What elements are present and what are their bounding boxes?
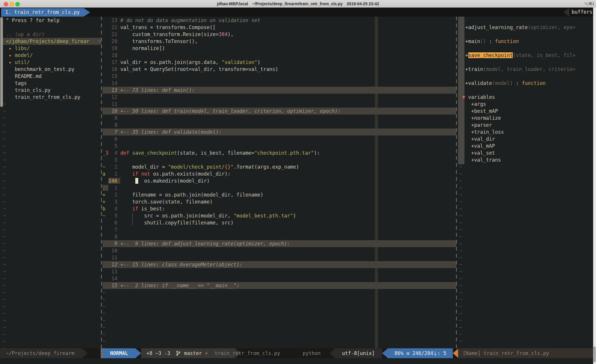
code-line[interactable]: 1 (102, 184, 456, 191)
empty-line-tilde: ~ (3, 135, 101, 142)
tag-train-loss[interactable]: +train_loss (459, 129, 593, 135)
tag-val-set[interactable]: +val_set (459, 149, 593, 156)
tagbar-window[interactable]: +adjust_learning_rate(optimizer, epo> +m… (459, 17, 593, 345)
git-changes: +8 ~3 -3 (146, 350, 170, 356)
code-line[interactable]: 11 (102, 254, 456, 261)
empty-line-tilde: ~ (3, 303, 101, 310)
command-line[interactable] (0, 358, 596, 364)
position-colon: : (437, 350, 440, 356)
statusline-nerdtree-path: ~/Projects/deep_firearm (0, 348, 82, 358)
code-line[interactable]: ~ 2 model_dir = "model/check_point/{}".f… (102, 163, 456, 170)
code-line[interactable]: 23 # do not do data augmentation on vali… (102, 17, 456, 24)
code-line[interactable]: 14 (102, 80, 456, 87)
folded-code-line[interactable]: 13 +-- 73 lines: def main(): (102, 87, 456, 94)
empty-line-tilde: ~ (459, 205, 593, 212)
code-line[interactable]: ~ 5 src = os.path.join(model_dir, "model… (102, 212, 456, 219)
code-line[interactable]: 10 (102, 247, 456, 254)
tree-root[interactable]: </jdhao/Projects/deep_firear > (3, 38, 101, 45)
code-line[interactable]: 17 val_dir = os.path.join(args.data, "va… (102, 59, 456, 66)
folded-code-line[interactable]: 7 +-- 35 lines: def validate(model): (102, 129, 456, 135)
empty-line-tilde: ~ (102, 310, 456, 317)
code-line[interactable]: 15 (102, 73, 456, 80)
code-line[interactable]: 5 (102, 142, 456, 149)
code-line[interactable]: 6 (102, 135, 456, 142)
code-line[interactable]: 22 val_trans = transforms.Compose([ (102, 24, 456, 31)
code-window[interactable]: 23 # do not do data augmentation on vali… (102, 17, 456, 348)
empty-line-tilde: ~ (3, 108, 101, 115)
tree-file[interactable]: train_cls.py (3, 87, 101, 94)
folded-code-line[interactable]: 10 +-- 50 lines: def train(model, train_… (102, 108, 456, 115)
tag-main[interactable]: +main() : function (459, 38, 593, 45)
code-line[interactable]: a 1 if not os.path.exists(model_dir): (102, 170, 456, 177)
tag-val-dir[interactable]: +val_dir (459, 135, 593, 142)
tag-best-mAP[interactable]: +best_mAP (459, 108, 593, 115)
code-line[interactable]: 18 (102, 52, 456, 59)
tree-file[interactable]: tags (3, 80, 101, 87)
folded-code-line[interactable]: 12 +-- 15 lines: class AverageMeter(obje… (102, 261, 456, 268)
tag-adjust-learning-rate[interactable]: +adjust_learning_rate(optimizer, epo> (459, 24, 593, 31)
tree-file[interactable]: benchmark_on_test.py (3, 66, 101, 73)
code-line[interactable]: 16 val_set = QuerySet(root=val_dir, tran… (102, 66, 456, 73)
up-a-dir[interactable]: .. (up a dir) (3, 31, 101, 38)
nerdtree-window[interactable]: " Press ? for help .. (up a dir) </jdhao… (3, 17, 101, 348)
tree-file[interactable]: README.md (3, 73, 101, 80)
tree-dir-model[interactable]: ▸ model/ (3, 52, 101, 59)
tag-save-checkpoint[interactable]: +save_checkpoint(state, is_best, fil> (459, 52, 593, 59)
code-line[interactable]: 8 (102, 233, 456, 240)
git-branch: master (184, 350, 202, 356)
folded-code-line[interactable]: 15 +-- 2 lines: if __name__ == "__main__… (102, 282, 456, 289)
tabline-right: buffers (572, 8, 593, 17)
left-scrollbar-thumb[interactable] (0, 17, 3, 107)
line-number-icon: LN (434, 351, 437, 356)
empty-line-tilde: ~ (3, 101, 101, 108)
empty-line-tilde: ~ (459, 184, 593, 191)
blank (459, 87, 593, 94)
tag-kind-variables[interactable]: ▼ variables (459, 94, 593, 101)
empty-line-tilde: ~ (459, 212, 593, 219)
code-line[interactable]: 13 (102, 268, 456, 275)
tagbar-statusline: [Name] train_retr_from_cls.py (458, 348, 593, 358)
code-line[interactable]: 20 transforms.ToTensor(), (102, 38, 456, 45)
tag-normalize[interactable]: +normalize (459, 115, 593, 122)
tag-val-trans[interactable]: +val_trans (459, 156, 593, 163)
right-scrollbar-thumb[interactable] (593, 347, 596, 362)
right-scrollbar-track[interactable] (593, 8, 596, 364)
git-branch-icon (176, 349, 180, 359)
window-separator-right[interactable] (456, 17, 457, 348)
code-line[interactable]: b 4 if is_best: (102, 205, 456, 212)
tree-file[interactable]: train_retr_from_cls.py (3, 94, 101, 101)
tree-dir-util[interactable]: ▸ util/ (3, 59, 101, 66)
code-line[interactable]: 12 (102, 94, 456, 101)
empty-line-tilde: ~ (459, 303, 593, 310)
code-line[interactable]: 21 custom_transform.Resize(size=384), (102, 31, 456, 38)
tag-args[interactable]: +args (459, 101, 593, 108)
titlebar: jdhao-MBP.local~/Projects/deep_firearm/t… (0, 0, 596, 8)
cursor-line[interactable]: 246 os.makedirs(model_dir) (102, 177, 456, 184)
tag-validate[interactable]: +validate(model) : function (459, 80, 593, 87)
tag-parser[interactable]: +parser (459, 122, 593, 129)
tree-dir-libs[interactable]: ▸ libs/ (3, 45, 101, 52)
folded-code-line[interactable]: 9 +-- 9 lines: def adjust_learning_rate(… (102, 240, 456, 247)
code-line[interactable]: 7 (102, 226, 456, 233)
code-line[interactable]: 9 (102, 115, 456, 122)
tab-train-retr-from-cls[interactable]: 1. train_retr_from_cls.py (1, 8, 90, 17)
code-line[interactable]: 6 shutil.copyfile(filename, src) (102, 219, 456, 226)
code-line[interactable]: 3 (102, 156, 456, 163)
window-title-datetime: 2019-04-25 23:42 (347, 1, 379, 6)
code-line[interactable]: 8 (102, 122, 456, 129)
tag-train[interactable]: +train(model, train_loader, criterio> (459, 66, 593, 73)
empty-line-tilde: ~ (102, 331, 456, 338)
blank (3, 24, 101, 31)
code-line[interactable]: 14 (102, 275, 456, 282)
code-line[interactable]: _3 4 def save_checkpoint(state, is_best,… (102, 149, 456, 156)
empty-line-tilde: ~ (459, 324, 593, 331)
code-line[interactable]: 19 normalize]) (102, 45, 456, 52)
tag-val-mAP[interactable]: +val_mAP (459, 142, 593, 149)
window-separator-left[interactable] (101, 17, 102, 348)
statusline: ~/Projects/deep_firearm NORMAL +8 ~3 -3 … (0, 348, 596, 358)
empty-line-tilde: ~ (3, 282, 101, 289)
powerline-arrow-orange-icon (453, 348, 459, 358)
code-line[interactable]: 11 (102, 101, 456, 108)
code-line[interactable]: + 2 filename = os.path.join(model_dir, f… (102, 191, 456, 198)
code-line[interactable]: + 3 torch.save(state, filename) (102, 198, 456, 205)
